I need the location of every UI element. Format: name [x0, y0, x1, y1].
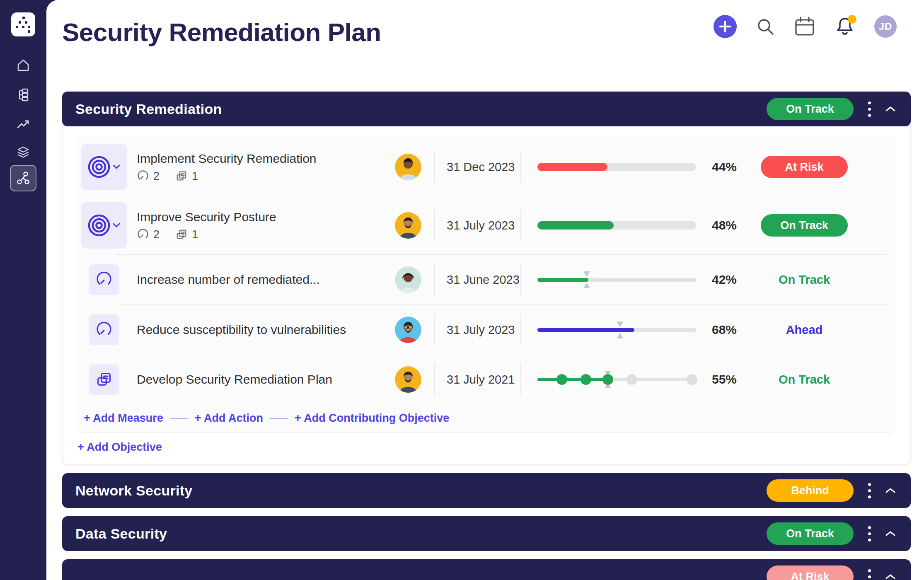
due-date: 31 June 2023	[447, 273, 520, 287]
target-marker	[617, 321, 623, 327]
objective-expand-toggle[interactable]	[81, 202, 127, 249]
collapse-button[interactable]	[881, 479, 900, 502]
table-row-objective-1[interactable]: Implement Security Remediation 2 1	[77, 138, 896, 196]
progress-bar	[537, 278, 696, 282]
divider	[520, 363, 521, 396]
kebab-menu-button[interactable]	[859, 98, 879, 120]
calendar-icon	[794, 16, 815, 37]
kebab-menu-button[interactable]	[859, 566, 879, 580]
objectives-card: Implement Security Remediation 2 1	[77, 138, 896, 433]
milestone-dot	[687, 374, 697, 385]
milestone-dot	[602, 374, 613, 385]
measure-gauge-icon	[95, 271, 113, 288]
notifications-button[interactable]	[835, 16, 855, 37]
section-title: Network Security	[75, 483, 767, 499]
app-logo[interactable]	[11, 12, 35, 36]
status-badge: On Track	[767, 522, 854, 545]
table-row-objective-2[interactable]: Improve Security Posture 2 1	[77, 196, 896, 254]
add-measure-link[interactable]: + Add Measure	[84, 412, 163, 425]
section-network-security[interactable]: Network Security Behind	[62, 473, 911, 508]
sidebar-item-network-active[interactable]	[10, 165, 36, 191]
progress-bar	[537, 163, 696, 171]
section-partial[interactable]: At Risk	[62, 559, 911, 580]
progress-percent: 48%	[696, 218, 752, 232]
target-marker	[617, 333, 623, 338]
home-icon	[16, 58, 31, 73]
progress-percent: 55%	[696, 372, 752, 387]
chevron-down-icon	[112, 222, 121, 228]
create-button[interactable]	[714, 15, 737, 38]
divider	[520, 314, 521, 346]
collapse-button[interactable]	[881, 522, 900, 545]
avatar-person-1	[395, 154, 421, 180]
measure-gauge-icon	[95, 321, 113, 338]
objective-title: Improve Security Posture	[137, 210, 395, 224]
divider	[520, 151, 521, 183]
kebab-menu-button[interactable]	[859, 479, 879, 502]
progress-percent: 68%	[696, 323, 752, 337]
action-count: 1	[192, 170, 198, 183]
target-marker	[583, 271, 590, 277]
link-connector	[270, 418, 288, 419]
actions-papers-icon	[175, 228, 188, 241]
table-row-action-1[interactable]: Develop Security Remediation Plan 31 Jul…	[77, 355, 896, 404]
collapse-button[interactable]	[881, 566, 900, 580]
divider	[434, 314, 435, 346]
table-row-measure-1[interactable]: Increase number of remediated... 31 June…	[77, 255, 896, 304]
collapse-button[interactable]	[881, 98, 900, 120]
sidebar-item-layers[interactable]	[16, 145, 31, 160]
status-text: On Track	[779, 273, 830, 287]
sidebar-item-hierarchy[interactable]	[16, 87, 31, 102]
action-tile[interactable]	[89, 364, 119, 395]
owner-avatar	[395, 154, 421, 180]
status-text: Ahead	[786, 323, 823, 337]
objective-title: Implement Security Remediation	[137, 152, 395, 166]
section-title: Security Remediation	[75, 101, 767, 117]
avatar-person-3	[395, 266, 421, 293]
section-header[interactable]: Security Remediation On Track	[62, 92, 911, 126]
add-action-link[interactable]: + Add Action	[195, 412, 263, 425]
divider	[434, 209, 435, 242]
chevron-up-icon	[885, 106, 896, 112]
owner-avatar	[395, 212, 421, 239]
section-title: Data Security	[75, 526, 767, 542]
sidebar-item-home[interactable]	[16, 58, 31, 73]
sidebar	[0, 0, 46, 580]
measure-tile[interactable]	[89, 264, 119, 295]
owner-avatar	[395, 317, 421, 343]
actions-papers-icon	[175, 170, 188, 182]
search-button[interactable]	[756, 17, 775, 36]
status-badge: On Track	[761, 214, 848, 237]
table-row-measure-2[interactable]: Reduce susceptibility to vulnerabilities	[77, 305, 896, 355]
chevron-up-icon	[885, 573, 896, 580]
progress-percent: 42%	[696, 273, 752, 287]
divider	[520, 209, 521, 242]
section-data-security[interactable]: Data Security On Track	[62, 516, 911, 551]
search-icon	[756, 17, 775, 36]
sidebar-item-trends[interactable]	[16, 117, 31, 132]
chevron-down-icon	[112, 164, 121, 170]
section-security-remediation: Security Remediation On Track	[62, 92, 911, 465]
objective-expand-toggle[interactable]	[81, 144, 127, 190]
divider	[434, 363, 435, 396]
measure-count: 2	[153, 228, 160, 241]
calendar-button[interactable]	[794, 16, 815, 37]
milestone-dot	[626, 374, 637, 385]
progress-percent: 44%	[696, 160, 752, 174]
due-date: 31 Dec 2023	[447, 160, 520, 174]
divider	[520, 263, 521, 296]
divider	[434, 151, 435, 183]
notification-badge	[848, 15, 856, 24]
chevron-up-icon	[885, 530, 896, 537]
user-avatar[interactable]: JD	[874, 15, 897, 38]
kebab-menu-button[interactable]	[859, 522, 879, 545]
status-badge: Behind	[767, 479, 854, 502]
avatar-person-5	[395, 366, 421, 393]
milestone-dot	[581, 374, 591, 385]
status-badge: At Risk	[761, 156, 848, 178]
measure-tile[interactable]	[89, 314, 119, 345]
add-contributing-objective-link[interactable]: + Add Contributing Objective	[295, 412, 449, 425]
chevron-up-icon	[885, 487, 896, 494]
topbar-actions: JD	[714, 15, 897, 38]
add-objective-link[interactable]: + Add Objective	[77, 441, 162, 454]
